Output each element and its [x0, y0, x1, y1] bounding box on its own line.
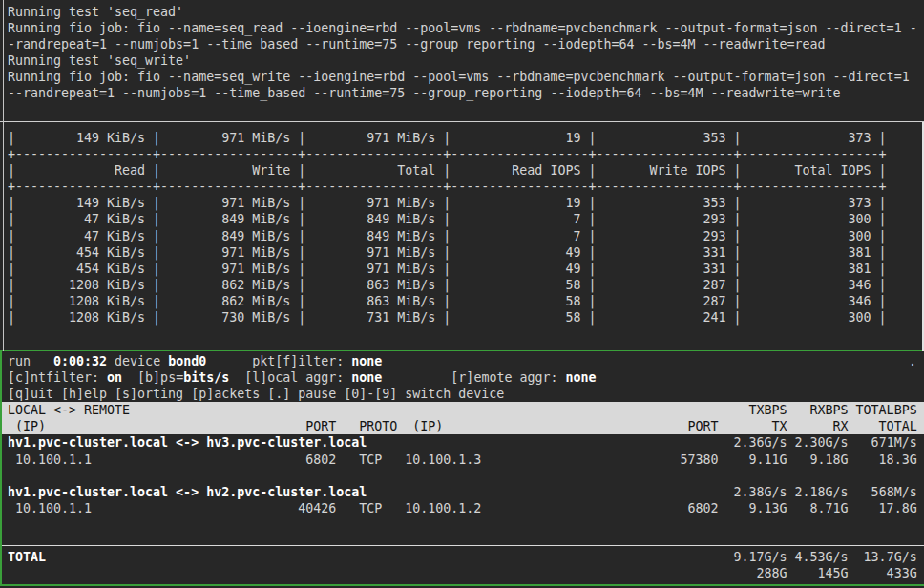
- text-segment: hv1.pvc-cluster.local <-> hv3.pvc-cluste…: [8, 435, 367, 450]
- text-segment: TOTAL: [8, 550, 46, 564]
- table-row: | 47 KiB/s | 849 MiB/s | 849 MiB/s | 7 |…: [8, 211, 924, 227]
- benchmark-table-pane[interactable]: | 149 KiB/s | 971 MiB/s | 971 MiB/s | 19…: [0, 122, 924, 350]
- fio-log-line: -randrepeat=1 --numjobs=1 --time_based -…: [8, 36, 924, 52]
- netmon-options-line: [c]ntfilter: on [b]ps=bits/s [l]ocal agg…: [8, 369, 924, 386]
- netmon-header-row: (IP) PORT PROTO (IP) PORT TX RX TOTAL: [0, 418, 924, 434]
- fio-log-line: Running test 'seq_write': [8, 52, 924, 69]
- text-segment: pkt[f]ilter:: [206, 354, 351, 368]
- table-separator: +------------------+------------------+-…: [8, 178, 924, 195]
- connection-host-row: hv1.pvc-cluster.local <-> hv2.pvc-cluste…: [8, 484, 924, 500]
- table-row: | 47 KiB/s | 849 MiB/s | 849 MiB/s | 7 |…: [8, 228, 924, 244]
- pane-border-left: [3, 0, 4, 351]
- netmon-total-footer: TOTAL 9.17G/s 4.53G/s 13.7G/s: [0, 545, 924, 584]
- text-segment: [c]ntfilter:: [8, 370, 107, 385]
- text-segment: none: [351, 354, 382, 368]
- table-row: | 1208 KiB/s | 862 MiB/s | 863 MiB/s | 5…: [8, 277, 924, 293]
- text-segment: none: [565, 370, 596, 385]
- text-segment: [b]ps=: [122, 370, 183, 385]
- table-row: | 454 KiB/s | 971 MiB/s | 971 MiB/s | 49…: [8, 244, 924, 261]
- text-segment: device: [107, 354, 168, 368]
- fio-log-line: --randrepeat=1 --numjobs=1 --time_based …: [8, 85, 924, 101]
- blank-line: [8, 468, 924, 484]
- fio-log-line: Running fio job: fio --name=seq_read --i…: [8, 20, 924, 36]
- active-pane-border-left: [0, 351, 2, 586]
- connection-detail-row: 10.100.1.1 6802 TCP 10.100.1.3 57380 9.1…: [8, 452, 924, 468]
- text-segment: hv1.pvc-cluster.local <-> hv2.pvc-cluste…: [8, 485, 367, 499]
- netmon-cumulative-row: 288G 145G 433G: [8, 565, 924, 581]
- netmon-status-line: run 0:00:32 device bond0 pkt[f]ilter: no…: [8, 353, 924, 369]
- text-segment: [l]ocal aggr:: [229, 370, 351, 385]
- text-segment: run: [8, 354, 53, 368]
- text-segment: [r]emote aggr:: [382, 370, 565, 385]
- active-pane-border-bottom: [0, 584, 924, 586]
- table-separator: +------------------+------------------+-…: [8, 146, 924, 162]
- table-peak-row: | 149 KiB/s | 971 MiB/s | 971 MiB/s | 19…: [8, 130, 924, 146]
- fio-output-pane[interactable]: Running test 'seq_read'Running fio job: …: [0, 0, 924, 121]
- fio-log-line: Running test 'seq_read': [8, 4, 924, 20]
- activity-indicator: .: [909, 353, 916, 369]
- netmon-header-row: LOCAL <-> REMOTE TXBPS RXBPS TOTALBPS: [0, 402, 924, 418]
- fio-log-line: Running fio job: fio --name=seq_write --…: [8, 69, 924, 85]
- text-segment: bond0: [168, 354, 206, 368]
- table-row: | 454 KiB/s | 971 MiB/s | 971 MiB/s | 49…: [8, 261, 924, 277]
- netmon-shortcuts-line: [q]uit [h]elp [s]orting [p]ackets [.] pa…: [8, 386, 924, 402]
- table-row: | 1208 KiB/s | 730 MiB/s | 731 MiB/s | 5…: [8, 309, 924, 326]
- netmon-lines: run 0:00:32 device bond0 pkt[f]ilter: no…: [8, 353, 924, 516]
- netmon-total-row: TOTAL 9.17G/s 4.53G/s 13.7G/s: [8, 549, 924, 565]
- table-row: | 149 KiB/s | 971 MiB/s | 971 MiB/s | 19…: [8, 195, 924, 211]
- table-header-row: | Read | Write | Total | Read IOPS | Wri…: [8, 162, 924, 178]
- text-segment: 2.38G/s 2.18G/s 568M/s: [367, 485, 916, 499]
- network-monitor-pane[interactable]: run 0:00:32 device bond0 pkt[f]ilter: no…: [0, 351, 924, 584]
- table-row: | 1208 KiB/s | 862 MiB/s | 863 MiB/s | 5…: [8, 293, 924, 309]
- text-segment: 9.17G/s 4.53G/s 13.7G/s: [46, 550, 917, 564]
- connection-detail-row: 10.100.1.1 40426 TCP 10.100.1.2 6802 9.1…: [8, 500, 924, 516]
- text-segment: 2.36G/s 2.30G/s 671M/s: [367, 435, 916, 450]
- text-segment: 0:00:32: [53, 354, 107, 368]
- text-segment: none: [351, 370, 382, 385]
- connection-host-row: hv1.pvc-cluster.local <-> hv3.pvc-cluste…: [8, 434, 924, 451]
- text-segment: on: [107, 370, 122, 385]
- terminal-window: Running test 'seq_read'Running fio job: …: [0, 0, 924, 588]
- text-segment: bits/s: [183, 370, 229, 385]
